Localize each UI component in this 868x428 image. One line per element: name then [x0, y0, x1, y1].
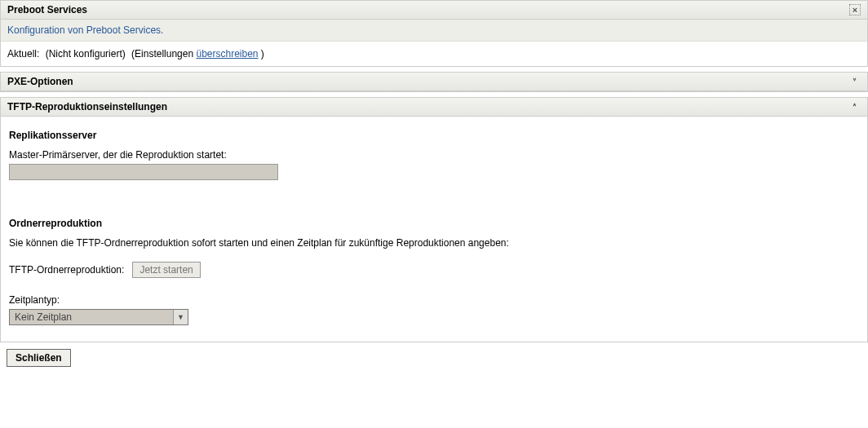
start-now-button[interactable]: Jetzt starten	[132, 262, 200, 278]
footer: Schließen	[0, 342, 868, 373]
folder-replication-desc: Sie können die TFTP-Ordnerreproduktion s…	[9, 237, 859, 249]
override-link[interactable]: überschreiben	[196, 48, 258, 60]
tftp-folder-label: TFTP-Ordnerreproduktion:	[9, 264, 124, 276]
panel-title: Preboot Services	[7, 4, 87, 15]
pxe-section-title: PXE-Optionen	[7, 76, 73, 87]
pxe-section-header[interactable]: PXE-Optionen ˅	[1, 73, 867, 91]
tftp-folder-row: TFTP-Ordnerreproduktion: Jetzt starten	[9, 262, 859, 278]
status-value: (Nicht konfiguriert)	[46, 48, 126, 60]
preboot-services-panel: Preboot Services × Konfiguration von Pre…	[0, 0, 868, 67]
settings-suffix: )	[259, 48, 264, 60]
close-button[interactable]: Schließen	[7, 349, 71, 367]
panel-header: Preboot Services ×	[1, 1, 867, 20]
schedule-type-select[interactable]: Kein Zeitplan ▼	[9, 309, 188, 325]
status-line: Aktuell: (Nicht konfiguriert) (Einstellu…	[1, 42, 867, 66]
panel-subtitle: Konfiguration von Preboot Services.	[1, 20, 867, 42]
schedule-type-label: Zeitplantyp:	[9, 294, 859, 306]
settings-prefix: (Einstellungen	[131, 48, 196, 60]
tftp-section-header[interactable]: TFTP-Reproduktionseinstellungen ˄	[1, 98, 867, 117]
status-label: Aktuell:	[7, 48, 39, 60]
chevron-up-icon: ˄	[848, 101, 861, 113]
master-server-input[interactable]	[9, 164, 278, 180]
folder-replication-heading: Ordnerreproduktion	[9, 218, 859, 229]
close-icon[interactable]: ×	[849, 4, 861, 15]
replication-server-heading: Replikationsserver	[9, 130, 859, 141]
settings-paren: (Einstellungen überschreiben )	[131, 48, 264, 60]
pxe-section: PXE-Optionen ˅	[0, 72, 868, 92]
tftp-section: TFTP-Reproduktionseinstellungen ˄ Replik…	[0, 97, 868, 342]
master-server-label: Master-Primärserver, der die Reproduktio…	[9, 149, 859, 161]
dropdown-arrow-icon: ▼	[173, 310, 188, 324]
chevron-down-icon: ˅	[848, 76, 861, 87]
tftp-section-title: TFTP-Reproduktionseinstellungen	[7, 101, 167, 113]
tftp-section-body: Replikationsserver Master-Primärserver, …	[1, 117, 867, 342]
schedule-type-value: Kein Zeitplan	[10, 310, 173, 324]
